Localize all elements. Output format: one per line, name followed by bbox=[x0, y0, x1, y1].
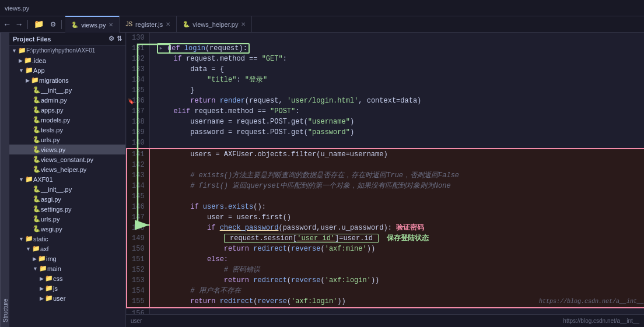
code-line-135: 135 } bbox=[127, 85, 644, 96]
tree-asgi-py[interactable]: 🐍 asgi.py bbox=[9, 194, 125, 204]
toolbar-sep-2 bbox=[61, 20, 62, 29]
tree-urls-py-app[interactable]: 🐍 urls.py bbox=[9, 135, 125, 145]
folder-migrations-icon: 📁 bbox=[31, 76, 39, 84]
tab-close-register-js[interactable]: ✕ bbox=[166, 21, 170, 27]
sidebar-title: Project Files bbox=[13, 36, 51, 43]
tree-main[interactable]: ▼ 📁 main bbox=[9, 263, 125, 273]
folder-idea-icon: 📁 bbox=[24, 57, 32, 64]
tree-models-py[interactable]: 🐍 models.py bbox=[9, 115, 125, 125]
code-line-130: 130 bbox=[127, 33, 644, 43]
tab-views-py[interactable]: 🐍 views.py ✕ bbox=[65, 16, 120, 33]
tree-views-heiper-py[interactable]: 🐍 views_heiper.py bbox=[9, 164, 125, 174]
code-line-131: 131 ▸ def login(request): bbox=[127, 43, 644, 54]
code-line-147: 147 user = users.first() bbox=[127, 212, 644, 223]
tree-migrations[interactable]: ▶ 📁 migrations bbox=[9, 75, 125, 85]
structure-tab[interactable]: Structure bbox=[0, 33, 9, 327]
tab-bar: 🐍 views.py ✕ JS register.js ✕ 🐍 views_he… bbox=[65, 16, 642, 33]
code-line-143: 143 # exists()方法主要是判断查询的数据是否存在，存在时返回True… bbox=[127, 170, 644, 181]
code-line-153: 153 return redirect(reverse('axf:login')… bbox=[127, 275, 644, 286]
py-views-heiper-icon: 🐍 bbox=[33, 166, 41, 173]
code-line-142: 142 bbox=[127, 160, 644, 170]
tree-axf01[interactable]: ▼ 📁 AXF01 bbox=[9, 174, 125, 184]
editor-area: 130 131 ▸ def login(request): bbox=[126, 33, 644, 327]
code-table: 130 131 ▸ def login(request): bbox=[126, 33, 644, 314]
folder-app-icon: 📁 bbox=[25, 66, 33, 74]
tree-views-py[interactable]: 🐍 views.py bbox=[9, 145, 125, 154]
code-line-136: 136 🔖 return render(request, 'user/login… bbox=[127, 96, 644, 106]
title-bar: views.py bbox=[0, 0, 644, 16]
tab-register-js[interactable]: JS register.js ✕ bbox=[120, 16, 177, 33]
sidebar-header: Project Files ⚙ ⇅ bbox=[9, 33, 125, 45]
tab-close-views-py[interactable]: ✕ bbox=[108, 22, 113, 28]
tree-apps-py[interactable]: 🐍 apps.py bbox=[9, 105, 125, 115]
tree-idea[interactable]: ▶ 📁 .idea bbox=[9, 55, 125, 65]
tree-user[interactable]: ▶ 📁 user bbox=[9, 293, 125, 303]
session-highlight: request.session['user_id']=user.id bbox=[224, 234, 379, 243]
folder-user-icon: 📁 bbox=[45, 294, 53, 302]
tree-js[interactable]: ▶ 📁 js bbox=[9, 283, 125, 293]
sidebar-sort-icon[interactable]: ⇅ bbox=[117, 35, 122, 43]
tree-urls-py-axf01[interactable]: 🐍 urls.py bbox=[9, 214, 125, 224]
code-line-141: 141 users = AXFUser.objects.filter(u_nam… bbox=[127, 149, 644, 160]
code-line-132: 132 if request.method == "GET": bbox=[127, 54, 644, 64]
code-line-145: 145 bbox=[127, 191, 644, 202]
tree-app[interactable]: ▼ 📁 App bbox=[9, 65, 125, 75]
status-bar: user https://blog.csdn.net/a__int__ bbox=[126, 314, 644, 327]
folder-static-icon: 📁 bbox=[25, 235, 33, 242]
code-editor[interactable]: 130 131 ▸ def login(request): bbox=[126, 33, 644, 314]
toolbar: ← → 📁 ⚙ 🐍 views.py ✕ JS register.js ✕ 🐍 … bbox=[0, 16, 644, 33]
folder-css-icon: 📁 bbox=[45, 275, 53, 282]
code-line-133: 133 data = { bbox=[127, 64, 644, 75]
status-user: user bbox=[131, 318, 142, 324]
sidebar: Project Files ⚙ ⇅ ▼ 📁 F:\python\yhpython… bbox=[9, 33, 126, 327]
py-admin-icon: 🐍 bbox=[33, 96, 41, 104]
py-settings-icon: 🐍 bbox=[33, 205, 41, 213]
back-button[interactable]: ← bbox=[2, 19, 12, 30]
folder-axf-static-icon: 📁 bbox=[32, 245, 40, 252]
code-line-152: 152 # 密码错误 bbox=[127, 265, 644, 275]
toolbar-sep-1 bbox=[27, 20, 28, 29]
code-line-144: 144 # first() 返回queryset中匹配到的第一个对象，如果没有匹… bbox=[127, 181, 644, 191]
tree-css[interactable]: ▶ 📁 css bbox=[9, 273, 125, 283]
code-line-134: 134 "title": "登录" bbox=[127, 75, 644, 85]
code-line-146: 146 if users.exists(): bbox=[127, 202, 644, 212]
tree-img[interactable]: ▶ 📁 img bbox=[9, 254, 125, 263]
code-line-137: 137 elif request.method == "POST": bbox=[127, 106, 644, 117]
tree-views-constant-py[interactable]: 🐍 views_constant.py bbox=[9, 154, 125, 164]
title-bar-text: views.py bbox=[5, 5, 29, 12]
tree-init-axf01[interactable]: 🐍 __init__.py bbox=[9, 184, 125, 194]
code-line-154: 154 # 用户名不存在 bbox=[127, 286, 644, 296]
tree-wsgi-py[interactable]: 🐍 wsgi.py bbox=[9, 224, 125, 234]
forward-button[interactable]: → bbox=[14, 19, 23, 30]
code-line-155: 155 return redirect(reverse('axf:login')… bbox=[127, 296, 644, 308]
tree-init-py[interactable]: 🐍 __init__.py bbox=[9, 85, 125, 95]
py-apps-icon: 🐍 bbox=[33, 106, 41, 114]
folder-img-icon: 📁 bbox=[38, 255, 46, 262]
folder-icon[interactable]: 📁 bbox=[32, 18, 46, 30]
tab-close-views-heiper-py[interactable]: ✕ bbox=[241, 21, 246, 27]
code-line-140: 140 bbox=[127, 138, 644, 149]
code-line-150: 150 return redirect(reverse('axf:mine')) bbox=[127, 244, 644, 254]
py-models-icon: 🐍 bbox=[33, 116, 41, 124]
folder-icon: 📁 bbox=[18, 47, 26, 54]
py-tests-icon: 🐍 bbox=[33, 126, 41, 133]
tree-tests-py[interactable]: 🐍 tests.py bbox=[9, 125, 125, 135]
py-views-const-icon: 🐍 bbox=[33, 156, 41, 163]
code-line-151: 151 else: bbox=[127, 254, 644, 265]
folder-main-icon: 📁 bbox=[39, 265, 47, 272]
status-url: https://blog.csdn.net/a__int__ bbox=[563, 318, 639, 324]
tab-views-heiper-py[interactable]: 🐍 views_heiper.py ✕ bbox=[177, 16, 252, 33]
settings-icon[interactable]: ⚙ bbox=[48, 18, 58, 30]
code-line-156: 156 bbox=[127, 308, 644, 314]
py-views-icon: 🐍 bbox=[33, 146, 41, 153]
tree-root-folder[interactable]: ▼ 📁 F:\python\yhpython\AXF01 bbox=[9, 45, 125, 55]
tree-admin-py[interactable]: 🐍 admin.py bbox=[9, 95, 125, 105]
sidebar-gear-icon[interactable]: ⚙ bbox=[108, 35, 114, 43]
code-line-149: 149 request.session['user_id']=user.id 保… bbox=[127, 233, 644, 244]
code-line-139: 139 password = request.POST.get("passwor… bbox=[127, 127, 644, 138]
tree-axf-static[interactable]: ▼ 📁 axf bbox=[9, 244, 125, 254]
code-line-138: 138 username = request.POST.get("usernam… bbox=[127, 117, 644, 127]
folder-axf01-icon: 📁 bbox=[25, 175, 33, 183]
tree-static[interactable]: ▼ 📁 static bbox=[9, 234, 125, 244]
tree-settings-py[interactable]: 🐍 settings.py bbox=[9, 204, 125, 214]
